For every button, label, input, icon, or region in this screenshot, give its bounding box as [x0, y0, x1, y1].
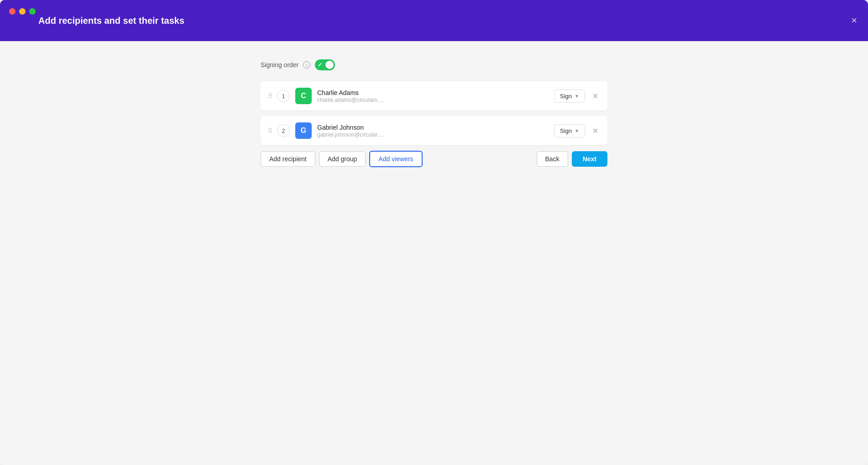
sign-dropdown-arrow-1: ▼	[575, 94, 579, 99]
drag-handle-icon[interactable]: ⠿	[268, 92, 272, 100]
page-title: Add recipients and set their tasks	[38, 16, 184, 26]
action-buttons-row: Add recipient Add group Add viewers Back…	[261, 151, 607, 167]
avatar-2: G	[295, 122, 312, 139]
minimize-traffic-light[interactable]	[19, 8, 26, 15]
toggle-knob	[325, 61, 334, 69]
recipient-email-1: charlie.adams@circularo....	[317, 97, 549, 103]
title-bar: Add recipients and set their tasks ×	[0, 0, 868, 41]
signing-order-info-icon[interactable]: i	[303, 61, 310, 69]
main-content: Signing order i ✓ ⠿ 1 C Charlie Adams ch…	[0, 41, 868, 465]
add-recipient-button[interactable]: Add recipient	[261, 151, 315, 167]
avatar-1: C	[295, 88, 312, 104]
remove-recipient-2[interactable]: ✕	[591, 127, 600, 135]
signing-order-row: Signing order i ✓	[261, 59, 607, 70]
sign-dropdown-label-2: Sign	[560, 127, 572, 134]
app-window: Add recipients and set their tasks × Sig…	[0, 0, 868, 465]
signing-order-label: Signing order	[261, 61, 298, 69]
sign-dropdown-label-1: Sign	[560, 93, 572, 100]
recipient-row-2: ⠿ 2 G Gabriel Johnson gabriel.johnson@ci…	[261, 116, 607, 145]
sign-dropdown-1[interactable]: Sign ▼	[554, 90, 585, 103]
action-row-right: Back Next	[537, 151, 607, 167]
recipient-name-2: Gabriel Johnson	[317, 124, 549, 131]
fullscreen-traffic-light[interactable]	[29, 8, 36, 15]
add-group-button[interactable]: Add group	[319, 151, 366, 167]
sign-dropdown-arrow-2: ▼	[575, 128, 579, 133]
order-number-1: 1	[277, 90, 290, 102]
recipient-email-2: gabriel.johnson@circular....	[317, 132, 549, 138]
recipient-info-1: Charlie Adams charlie.adams@circularo...…	[317, 89, 549, 103]
remove-recipient-1[interactable]: ✕	[591, 92, 600, 100]
inner-container: Signing order i ✓ ⠿ 1 C Charlie Adams ch…	[261, 59, 607, 167]
toggle-check-icon: ✓	[318, 62, 322, 68]
close-button[interactable]: ×	[851, 16, 857, 26]
next-button[interactable]: Next	[572, 151, 607, 167]
add-viewers-button[interactable]: Add viewers	[369, 151, 422, 167]
close-traffic-light[interactable]	[9, 8, 16, 15]
sign-dropdown-2[interactable]: Sign ▼	[554, 124, 585, 137]
drag-handle-icon-2[interactable]: ⠿	[268, 127, 272, 134]
back-button[interactable]: Back	[537, 151, 568, 167]
recipient-name-1: Charlie Adams	[317, 89, 549, 96]
signing-order-toggle[interactable]: ✓	[315, 59, 335, 70]
traffic-lights	[9, 8, 36, 15]
recipient-row: ⠿ 1 C Charlie Adams charlie.adams@circul…	[261, 81, 607, 111]
recipient-info-2: Gabriel Johnson gabriel.johnson@circular…	[317, 124, 549, 138]
order-number-2: 2	[277, 124, 290, 137]
